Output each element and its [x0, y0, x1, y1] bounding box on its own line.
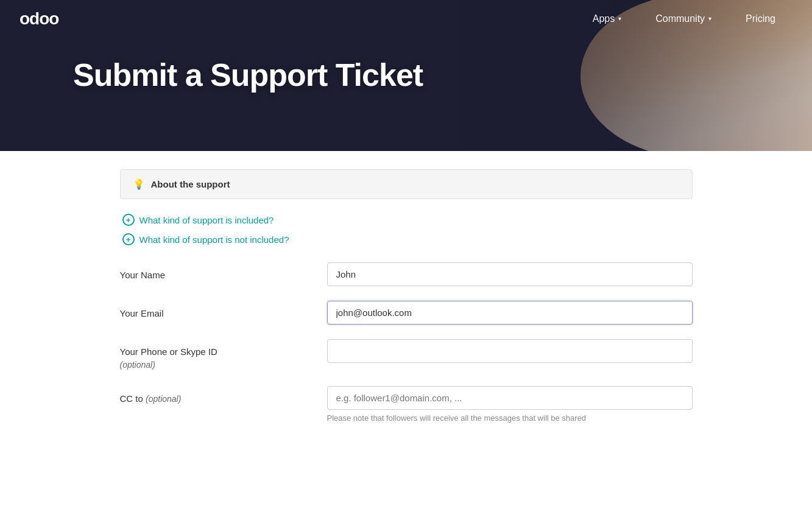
cc-optional-label: (optional) [146, 394, 181, 404]
page-title: Submit a Support Ticket [0, 57, 423, 94]
label-cc: CC to (optional) [120, 386, 327, 406]
faq-plus-icon-2[interactable]: + [122, 233, 135, 245]
nav-apps-label: Apps [593, 13, 615, 24]
info-box: 💡 About the support [120, 169, 693, 199]
phone-input[interactable] [327, 339, 693, 363]
nav-pricing-label: Pricing [746, 13, 775, 24]
label-phone: Your Phone or Skype ID (optional) [120, 339, 327, 371]
info-box-title: About the support [151, 179, 230, 189]
cc-input[interactable] [327, 386, 693, 410]
navigation: odoo Apps ▾ Community ▾ Pricing [0, 0, 812, 37]
input-wrap-cc: Please note that followers will receive … [327, 386, 693, 423]
faq-item-2: + What kind of support is not included? [120, 233, 693, 245]
faq-plus-icon-1[interactable]: + [122, 214, 135, 226]
nav-community-label: Community [655, 13, 705, 24]
form-row-cc: CC to (optional) Please note that follow… [120, 386, 693, 423]
form-row-name: Your Name [120, 262, 693, 286]
nav-links: Apps ▾ Community ▾ Pricing [576, 0, 793, 37]
nav-item-pricing[interactable]: Pricing [729, 0, 793, 37]
name-input[interactable] [327, 262, 693, 286]
label-name: Your Name [120, 262, 327, 281]
form-row-phone: Your Phone or Skype ID (optional) [120, 339, 693, 371]
apps-chevron-icon: ▾ [618, 15, 621, 22]
form-section: 💡 About the support + What kind of suppo… [47, 151, 766, 462]
input-wrap-phone [327, 339, 693, 363]
form-row-email: Your Email [120, 301, 693, 325]
phone-optional-text: (optional) [120, 360, 155, 370]
faq-item-1: + What kind of support is included? [120, 214, 693, 226]
faq-link-1[interactable]: What kind of support is included? [139, 215, 274, 225]
label-email: Your Email [120, 301, 327, 320]
nav-item-apps[interactable]: Apps ▾ [576, 0, 638, 37]
nav-item-community[interactable]: Community ▾ [638, 0, 729, 37]
lightbulb-icon: 💡 [133, 178, 145, 190]
input-wrap-email [327, 301, 693, 325]
logo[interactable]: odoo [19, 9, 58, 29]
email-input[interactable] [327, 301, 693, 325]
input-wrap-name [327, 262, 693, 286]
form-fields: Your Name Your Email Your Phone or Skype… [120, 262, 693, 423]
community-chevron-icon: ▾ [708, 15, 711, 22]
cc-hint: Please note that followers will receive … [327, 413, 693, 423]
faq-link-2[interactable]: What kind of support is not included? [139, 234, 289, 245]
